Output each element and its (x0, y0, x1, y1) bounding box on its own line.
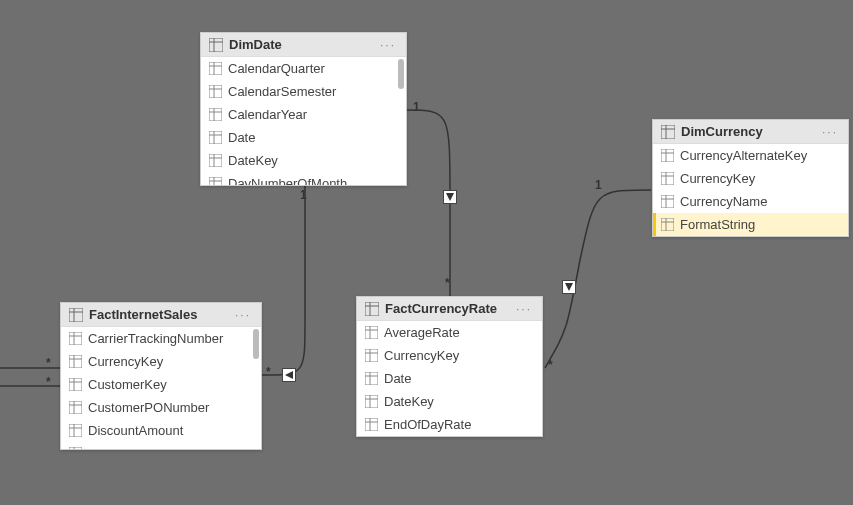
table-dimcurrency[interactable]: DimCurrency ··· CurrencyAlternateKey Cur… (652, 119, 849, 237)
column-item[interactable]: CurrencyKey (61, 350, 261, 373)
table-menu[interactable]: ··· (380, 38, 398, 52)
filter-direction-arrow (282, 368, 296, 382)
column-item[interactable]: CurrencyName (653, 190, 848, 213)
column-item-selected[interactable]: FormatString (653, 213, 848, 236)
table-factcurrencyrate[interactable]: FactCurrencyRate ··· AverageRate Currenc… (356, 296, 543, 437)
svg-rect-69 (69, 401, 82, 414)
table-header[interactable]: DimCurrency ··· (653, 120, 848, 144)
column-label: DueDate (88, 446, 139, 449)
svg-marker-0 (446, 193, 454, 201)
column-item[interactable]: CustomerPONumber (61, 396, 261, 419)
column-item[interactable]: DateKey (201, 149, 406, 172)
model-canvas[interactable]: 1 * 1 * 1 * * * DimDate ··· CalendarQuar… (0, 0, 853, 505)
column-icon (69, 355, 82, 368)
column-list: AverageRate CurrencyKey Date DateKey End… (357, 321, 542, 436)
table-icon (365, 302, 379, 316)
scrollbar[interactable] (253, 329, 259, 359)
column-icon (661, 172, 674, 185)
column-item[interactable]: DueDate (61, 442, 261, 449)
column-item[interactable]: CurrencyKey (357, 344, 542, 367)
column-item[interactable]: DiscountAmount (61, 419, 261, 442)
scrollbar[interactable] (398, 59, 404, 89)
column-icon (69, 401, 82, 414)
column-label: FormatString (680, 217, 755, 232)
svg-rect-33 (661, 195, 674, 208)
cardinality-many: * (266, 365, 271, 379)
table-icon (661, 125, 675, 139)
column-icon (365, 418, 378, 431)
column-icon (661, 149, 674, 162)
column-item[interactable]: CurrencyAlternateKey (653, 144, 848, 167)
svg-rect-27 (661, 149, 674, 162)
svg-rect-30 (661, 172, 674, 185)
svg-rect-48 (365, 372, 378, 385)
svg-rect-12 (209, 108, 222, 121)
column-item[interactable]: Date (201, 126, 406, 149)
column-item[interactable]: DateKey (357, 390, 542, 413)
svg-rect-60 (69, 332, 82, 345)
column-icon (661, 195, 674, 208)
column-item[interactable]: CalendarSemester (201, 80, 406, 103)
table-dimdate[interactable]: DimDate ··· CalendarQuarter CalendarSeme… (200, 32, 407, 186)
table-icon (69, 308, 83, 322)
column-icon (365, 372, 378, 385)
column-item[interactable]: CarrierTrackingNumber (61, 327, 261, 350)
column-icon (209, 154, 222, 167)
column-label: DiscountAmount (88, 423, 183, 438)
svg-rect-42 (365, 326, 378, 339)
column-icon (365, 326, 378, 339)
svg-rect-39 (365, 302, 379, 316)
column-icon (209, 131, 222, 144)
column-label: CalendarYear (228, 107, 307, 122)
column-item[interactable]: CalendarQuarter (201, 57, 406, 80)
svg-rect-9 (209, 85, 222, 98)
column-label: CarrierTrackingNumber (88, 331, 223, 346)
column-item[interactable]: Date (357, 367, 542, 390)
table-header[interactable]: FactCurrencyRate ··· (357, 297, 542, 321)
column-item[interactable]: CalendarYear (201, 103, 406, 126)
table-menu[interactable]: ··· (516, 302, 534, 316)
column-label: AverageRate (384, 325, 460, 340)
column-list: CurrencyAlternateKey CurrencyKey Currenc… (653, 144, 848, 236)
svg-rect-18 (209, 154, 222, 167)
cardinality-many: * (46, 375, 51, 389)
table-header[interactable]: FactInternetSales ··· (61, 303, 261, 327)
column-label: CurrencyKey (88, 354, 163, 369)
column-label: CurrencyKey (680, 171, 755, 186)
column-label: DayNumberOfMonth (228, 176, 347, 185)
cardinality-many: * (548, 358, 553, 372)
column-item[interactable]: CurrencyKey (653, 167, 848, 190)
svg-rect-15 (209, 131, 222, 144)
svg-marker-2 (285, 371, 293, 379)
table-factinternetsales[interactable]: FactInternetSales ··· CarrierTrackingNum… (60, 302, 262, 450)
table-menu[interactable]: ··· (822, 125, 840, 139)
column-icon (365, 395, 378, 408)
svg-rect-72 (69, 424, 82, 437)
svg-rect-66 (69, 378, 82, 391)
filter-direction-arrow (443, 190, 457, 204)
column-item[interactable]: CustomerKey (61, 373, 261, 396)
column-icon (365, 349, 378, 362)
column-icon (69, 332, 82, 345)
column-item[interactable]: AverageRate (357, 321, 542, 344)
column-label: EndOfDayRate (384, 417, 471, 432)
cardinality-one: 1 (300, 188, 307, 202)
column-label: CalendarQuarter (228, 61, 325, 76)
column-list: CalendarQuarter CalendarSemester Calenda… (201, 57, 406, 185)
table-title: FactInternetSales (89, 307, 235, 322)
table-menu[interactable]: ··· (235, 308, 253, 322)
table-header[interactable]: DimDate ··· (201, 33, 406, 57)
table-title: DimDate (229, 37, 380, 52)
column-icon (661, 218, 674, 231)
column-label: CustomerPONumber (88, 400, 209, 415)
column-icon (209, 177, 222, 185)
column-label: DateKey (384, 394, 434, 409)
cardinality-one: 1 (595, 178, 602, 192)
column-label: CalendarSemester (228, 84, 336, 99)
column-item[interactable]: DayNumberOfMonth (201, 172, 406, 185)
svg-rect-6 (209, 62, 222, 75)
column-label: DateKey (228, 153, 278, 168)
cardinality-many: * (445, 276, 450, 290)
column-item[interactable]: EndOfDayRate (357, 413, 542, 436)
column-icon (69, 447, 82, 449)
